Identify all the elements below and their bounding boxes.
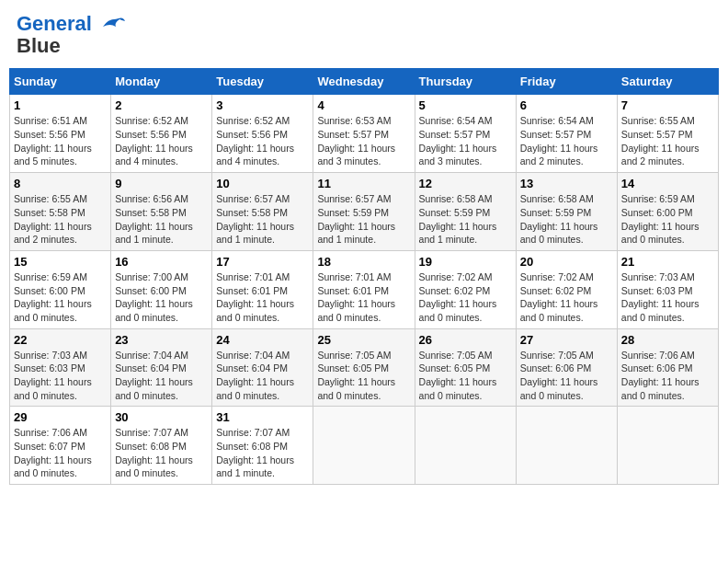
day-info: Sunrise: 6:54 AMSunset: 5:57 PMDaylight:…	[520, 114, 613, 168]
calendar-cell: 6 Sunrise: 6:54 AMSunset: 5:57 PMDayligh…	[516, 95, 617, 173]
day-info: Sunrise: 6:55 AMSunset: 5:57 PMDaylight:…	[621, 114, 714, 168]
day-info: Sunrise: 6:52 AMSunset: 5:56 PMDaylight:…	[216, 114, 309, 168]
calendar-cell: 15 Sunrise: 6:59 AMSunset: 6:00 PMDaylig…	[10, 250, 111, 328]
calendar-cell: 11 Sunrise: 6:57 AMSunset: 5:59 PMDaylig…	[313, 173, 415, 251]
calendar-cell: 19 Sunrise: 7:02 AMSunset: 6:02 PMDaylig…	[415, 250, 516, 328]
calendar-week-5: 29 Sunrise: 7:06 AMSunset: 6:07 PMDaylig…	[10, 407, 719, 485]
day-number: 28	[621, 333, 714, 347]
day-number: 12	[419, 177, 512, 190]
day-info: Sunrise: 7:00 AMSunset: 6:00 PMDaylight:…	[115, 270, 208, 325]
day-number: 10	[216, 177, 309, 190]
calendar-cell: 27 Sunrise: 7:05 AMSunset: 6:06 PMDaylig…	[516, 328, 617, 407]
day-number: 19	[419, 255, 512, 269]
day-info: Sunrise: 7:05 AMSunset: 6:05 PMDaylight:…	[317, 349, 410, 403]
day-info: Sunrise: 6:58 AMSunset: 5:59 PMDaylight:…	[520, 192, 613, 247]
calendar-cell: 10 Sunrise: 6:57 AMSunset: 5:58 PMDaylig…	[212, 173, 313, 251]
day-info: Sunrise: 6:59 AMSunset: 6:00 PMDaylight:…	[621, 192, 714, 247]
day-number: 27	[520, 333, 613, 347]
calendar-cell	[415, 407, 516, 485]
calendar-cell: 12 Sunrise: 6:58 AMSunset: 5:59 PMDaylig…	[415, 173, 516, 251]
day-number: 9	[115, 177, 208, 190]
day-info: Sunrise: 7:01 AMSunset: 6:01 PMDaylight:…	[216, 270, 309, 325]
calendar-cell	[313, 407, 415, 485]
day-info: Sunrise: 7:05 AMSunset: 6:06 PMDaylight:…	[520, 349, 613, 403]
calendar-cell: 3 Sunrise: 6:52 AMSunset: 5:56 PMDayligh…	[212, 95, 313, 173]
calendar-week-1: 1 Sunrise: 6:51 AMSunset: 5:56 PMDayligh…	[10, 95, 719, 173]
calendar-cell: 13 Sunrise: 6:58 AMSunset: 5:59 PMDaylig…	[516, 173, 617, 251]
day-number: 4	[317, 98, 410, 112]
calendar-cell: 4 Sunrise: 6:53 AMSunset: 5:57 PMDayligh…	[313, 95, 415, 173]
day-info: Sunrise: 7:04 AMSunset: 6:04 PMDaylight:…	[216, 349, 309, 403]
day-number: 22	[14, 333, 107, 347]
logo: GeneralBlue	[17, 13, 125, 57]
day-info: Sunrise: 6:57 AMSunset: 5:58 PMDaylight:…	[216, 192, 309, 247]
logo-bird-icon	[96, 14, 125, 40]
day-number: 14	[621, 177, 714, 190]
calendar-table: SundayMondayTuesdayWednesdayThursdayFrid…	[9, 68, 719, 485]
day-info: Sunrise: 7:01 AMSunset: 6:01 PMDaylight:…	[317, 270, 410, 325]
calendar-cell: 8 Sunrise: 6:55 AMSunset: 5:58 PMDayligh…	[10, 173, 111, 251]
day-number: 23	[115, 333, 208, 347]
calendar-header-row: SundayMondayTuesdayWednesdayThursdayFrid…	[10, 69, 719, 95]
day-number: 21	[621, 255, 714, 269]
calendar-cell: 17 Sunrise: 7:01 AMSunset: 6:01 PMDaylig…	[212, 250, 313, 328]
calendar-cell: 23 Sunrise: 7:04 AMSunset: 6:04 PMDaylig…	[111, 328, 212, 407]
header-wednesday: Wednesday	[313, 69, 415, 95]
calendar-week-3: 15 Sunrise: 6:59 AMSunset: 6:00 PMDaylig…	[10, 250, 719, 328]
day-number: 24	[216, 333, 309, 347]
header-saturday: Saturday	[617, 69, 718, 95]
day-info: Sunrise: 6:52 AMSunset: 5:56 PMDaylight:…	[115, 114, 208, 168]
day-number: 20	[520, 255, 613, 269]
calendar-cell: 30 Sunrise: 7:07 AMSunset: 6:08 PMDaylig…	[111, 407, 212, 485]
day-number: 3	[216, 98, 309, 112]
calendar-week-4: 22 Sunrise: 7:03 AMSunset: 6:03 PMDaylig…	[10, 328, 719, 407]
day-info: Sunrise: 6:51 AMSunset: 5:56 PMDaylight:…	[14, 114, 107, 168]
day-number: 6	[520, 98, 613, 112]
day-info: Sunrise: 6:53 AMSunset: 5:57 PMDaylight:…	[317, 114, 410, 168]
calendar-cell: 26 Sunrise: 7:05 AMSunset: 6:05 PMDaylig…	[415, 328, 516, 407]
calendar-cell: 24 Sunrise: 7:04 AMSunset: 6:04 PMDaylig…	[212, 328, 313, 407]
day-number: 30	[115, 410, 208, 424]
day-info: Sunrise: 6:59 AMSunset: 6:00 PMDaylight:…	[14, 270, 107, 325]
calendar-cell: 20 Sunrise: 7:02 AMSunset: 6:02 PMDaylig…	[516, 250, 617, 328]
day-number: 17	[216, 255, 309, 269]
calendar-cell	[516, 407, 617, 485]
header-sunday: Sunday	[10, 69, 111, 95]
header-monday: Monday	[111, 69, 212, 95]
calendar-cell: 29 Sunrise: 7:06 AMSunset: 6:07 PMDaylig…	[10, 407, 111, 485]
calendar-cell: 21 Sunrise: 7:03 AMSunset: 6:03 PMDaylig…	[617, 250, 718, 328]
day-info: Sunrise: 6:56 AMSunset: 5:58 PMDaylight:…	[115, 192, 208, 247]
page-header: GeneralBlue	[9, 9, 719, 61]
calendar-cell: 9 Sunrise: 6:56 AMSunset: 5:58 PMDayligh…	[111, 173, 212, 251]
day-info: Sunrise: 7:03 AMSunset: 6:03 PMDaylight:…	[621, 270, 714, 325]
day-info: Sunrise: 7:06 AMSunset: 6:06 PMDaylight:…	[621, 349, 714, 403]
calendar-cell: 5 Sunrise: 6:54 AMSunset: 5:57 PMDayligh…	[415, 95, 516, 173]
day-number: 29	[14, 410, 107, 424]
day-number: 2	[115, 98, 208, 112]
day-number: 18	[317, 255, 410, 269]
calendar-cell: 1 Sunrise: 6:51 AMSunset: 5:56 PMDayligh…	[10, 95, 111, 173]
calendar-cell: 28 Sunrise: 7:06 AMSunset: 6:06 PMDaylig…	[617, 328, 718, 407]
calendar-cell: 31 Sunrise: 7:07 AMSunset: 6:08 PMDaylig…	[212, 407, 313, 485]
calendar-cell: 25 Sunrise: 7:05 AMSunset: 6:05 PMDaylig…	[313, 328, 415, 407]
day-info: Sunrise: 7:05 AMSunset: 6:05 PMDaylight:…	[419, 349, 512, 403]
calendar-cell: 14 Sunrise: 6:59 AMSunset: 6:00 PMDaylig…	[617, 173, 718, 251]
day-info: Sunrise: 7:02 AMSunset: 6:02 PMDaylight:…	[419, 270, 512, 325]
calendar-week-2: 8 Sunrise: 6:55 AMSunset: 5:58 PMDayligh…	[10, 173, 719, 251]
day-info: Sunrise: 6:54 AMSunset: 5:57 PMDaylight:…	[419, 114, 512, 168]
header-tuesday: Tuesday	[212, 69, 313, 95]
day-info: Sunrise: 7:04 AMSunset: 6:04 PMDaylight:…	[115, 349, 208, 403]
day-info: Sunrise: 6:58 AMSunset: 5:59 PMDaylight:…	[419, 192, 512, 247]
day-info: Sunrise: 7:07 AMSunset: 6:08 PMDaylight:…	[115, 426, 208, 480]
calendar-cell: 22 Sunrise: 7:03 AMSunset: 6:03 PMDaylig…	[10, 328, 111, 407]
day-number: 31	[216, 410, 309, 424]
day-info: Sunrise: 7:07 AMSunset: 6:08 PMDaylight:…	[216, 426, 309, 480]
day-number: 8	[14, 177, 107, 190]
header-friday: Friday	[516, 69, 617, 95]
calendar-cell: 18 Sunrise: 7:01 AMSunset: 6:01 PMDaylig…	[313, 250, 415, 328]
day-number: 1	[14, 98, 107, 112]
day-number: 26	[419, 333, 512, 347]
header-thursday: Thursday	[415, 69, 516, 95]
day-info: Sunrise: 7:03 AMSunset: 6:03 PMDaylight:…	[14, 349, 107, 403]
day-number: 5	[419, 98, 512, 112]
